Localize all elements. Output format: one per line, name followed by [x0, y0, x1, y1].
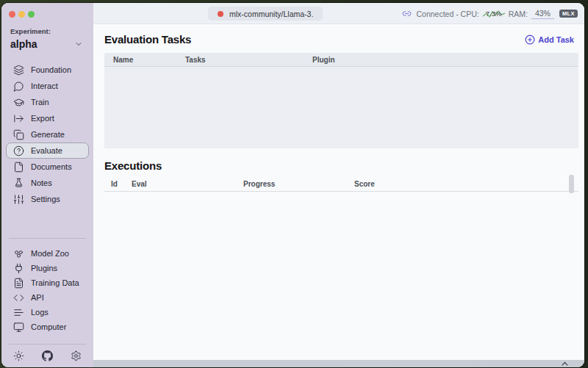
top-bar: mlx-community/Llama-3. Connected - CPU: … [93, 3, 584, 24]
content-area: Evaluation Tasks Add Task Name Tasks Plu… [93, 24, 584, 360]
add-task-label: Add Task [538, 35, 574, 44]
cpu-value: 7.3% [486, 10, 502, 18]
evaluation-tasks-header: Evaluation Tasks Add Task [104, 33, 578, 46]
page-title: Evaluation Tasks [104, 33, 191, 46]
sidebar-item-label: Evaluate [31, 146, 62, 155]
sidebar-item-label: Interact [31, 82, 58, 90]
sidebar-item-label: Documents [31, 162, 72, 171]
flask-icon [13, 178, 24, 189]
sidebar-item-label: Foundation [31, 65, 71, 74]
close-window-button[interactable] [9, 11, 15, 18]
sidebar-item-label: Settings [31, 195, 60, 203]
zoom-window-button[interactable] [28, 11, 35, 18]
column-header-name: Name [104, 56, 185, 64]
connection-label: Connected - CPU: [416, 10, 478, 18]
traffic-lights [1, 3, 93, 18]
sidebar-item-label: Train [31, 98, 49, 107]
plus-circle-icon [525, 35, 535, 45]
sidebar: Experiment: alpha Foundation Interact Tr… [1, 3, 93, 367]
connection-status[interactable]: Connected - CPU: 7.3% RAM: 43% MLX [402, 3, 578, 24]
sidebar-item-export[interactable]: Export [6, 110, 89, 126]
graduation-cap-icon [13, 97, 24, 108]
sidebar-item-label: Model Zoo [31, 249, 69, 258]
sidebar-item-plugins[interactable]: Plugins [6, 261, 89, 275]
column-header-plugin: Plugin [312, 56, 578, 64]
secondary-nav: Model Zoo Plugins Training Data API Logs… [1, 246, 93, 334]
sidebar-item-label: API [31, 293, 44, 302]
sun-icon[interactable] [13, 350, 24, 361]
sidebar-item-training-data[interactable]: Training Data [6, 275, 89, 290]
sidebar-item-notes[interactable]: Notes [6, 175, 89, 191]
scrollbar-thumb[interactable] [569, 175, 574, 193]
sidebar-footer [1, 350, 93, 361]
table-header-row: Name Tasks Plugin [104, 53, 578, 67]
github-icon[interactable] [42, 350, 53, 361]
experiment-name: alpha [10, 38, 37, 50]
model-status-dot [218, 11, 223, 17]
sidebar-item-api[interactable]: API [6, 290, 89, 305]
sidebar-item-label: Generate [31, 130, 65, 139]
add-task-button[interactable]: Add Task [525, 35, 574, 45]
copy-icon [13, 129, 24, 140]
sidebar-item-settings[interactable]: Settings [6, 191, 89, 207]
chevron-up-icon[interactable] [562, 361, 568, 366]
sidebar-item-evaluate[interactable]: Evaluate [6, 142, 89, 159]
sidebar-item-model-zoo[interactable]: Model Zoo [6, 246, 89, 261]
ram-label: RAM: [509, 10, 528, 18]
sliders-icon [13, 194, 24, 205]
export-arrow-icon [13, 113, 24, 124]
sidebar-item-label: Plugins [31, 264, 57, 273]
sidebar-item-computer[interactable]: Computer [6, 320, 89, 334]
plug-icon [13, 263, 24, 274]
experiment-label: Experiment: [10, 27, 93, 35]
bottom-drawer-bar [93, 360, 584, 367]
sidebar-item-label: Notes [31, 178, 52, 187]
executions-table-header: Id Eval Progress Score [104, 177, 578, 192]
chevron-down-icon [74, 40, 83, 48]
layers-icon [13, 65, 24, 76]
help-circle-icon [13, 145, 24, 156]
file-icon [13, 162, 24, 173]
sidebar-item-generate[interactable]: Generate [6, 126, 89, 142]
sidebar-divider [9, 344, 86, 344]
sidebar-item-label: Training Data [31, 278, 79, 287]
sidebar-item-label: Computer [31, 322, 66, 331]
sidebar-item-train[interactable]: Train [6, 94, 89, 110]
engine-badge: MLX [559, 10, 578, 18]
column-header-score: Score [354, 180, 578, 188]
column-header-id: Id [111, 180, 132, 188]
sidebar-item-label: Export [31, 114, 54, 123]
column-header-progress: Progress [243, 180, 354, 188]
main-area: mlx-community/Llama-3. Connected - CPU: … [93, 3, 584, 367]
model-name: mlx-community/Llama-3. [229, 10, 313, 18]
ram-value: 43% [531, 9, 554, 19]
executions-title: Executions [104, 159, 578, 172]
sidebar-item-documents[interactable]: Documents [6, 159, 89, 175]
evaluation-tasks-empty-body [104, 67, 578, 148]
text-lines-icon [13, 307, 24, 318]
sidebar-item-label: Logs [31, 308, 49, 317]
gear-icon[interactable] [71, 350, 82, 361]
model-selector[interactable]: mlx-community/Llama-3. [208, 7, 323, 21]
file-text-icon [13, 278, 24, 289]
sidebar-item-interact[interactable]: Interact [6, 78, 89, 94]
sidebar-item-foundation[interactable]: Foundation [6, 62, 89, 78]
primary-nav: Foundation Interact Train Export Generat… [1, 62, 93, 207]
sidebar-item-logs[interactable]: Logs [6, 305, 89, 320]
cpu-sparkline: 7.3% [483, 9, 505, 19]
monitor-icon [13, 322, 24, 333]
chat-bubble-icon [13, 81, 24, 92]
sidebar-divider [9, 238, 86, 239]
column-header-eval: Eval [132, 180, 243, 188]
code-icon [13, 292, 24, 303]
app-window: Experiment: alpha Foundation Interact Tr… [1, 3, 584, 367]
cluster-icon [13, 248, 24, 259]
evaluation-tasks-table: Name Tasks Plugin [104, 53, 578, 148]
experiment-selector[interactable]: alpha [10, 38, 83, 50]
minimize-window-button[interactable] [18, 11, 25, 18]
link-icon [402, 9, 412, 18]
column-header-tasks: Tasks [185, 56, 312, 64]
